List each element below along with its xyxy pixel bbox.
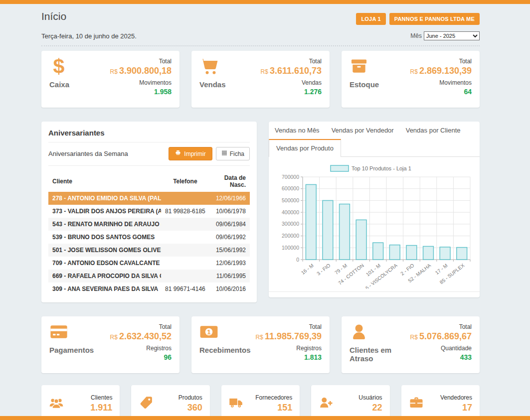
print-icon (175, 150, 181, 157)
sales-panel: Vendas no MêsVendas por VendedorVendas p… (269, 122, 480, 297)
stat-card-left: Pagamentos (49, 322, 94, 367)
sub-header: Terça-feira, 10 de junho de 2025. Mês Ju… (41, 31, 480, 40)
mini-card-produtos: Produtos360 (131, 385, 209, 420)
sales-tabs-row-1: Vendas no MêsVendas por VendedorVendas p… (269, 122, 480, 139)
mini-card-value: 360 (178, 403, 202, 413)
stat-card-caixa: $CaixaTotalR$3.900.800,18Movimentos1.958 (41, 51, 179, 108)
stat-card-clientes-em-atraso: Clientes em AtrasoTotalR$5.076.869,67Qua… (342, 316, 480, 373)
svg-text:$: $ (53, 57, 65, 76)
stat-count-label: Movimentos (410, 79, 472, 86)
birthdays-table-header: Cliente Telefone Data de Nasc. (48, 171, 250, 192)
company-badge-button[interactable]: PANNOS E PANNOS LTDA ME (389, 13, 480, 25)
stat-total-value: R$2.632.430,52 (110, 331, 172, 342)
mini-card-label: Fornecedores (255, 394, 292, 401)
cell-phone (161, 192, 209, 205)
stat-card-right: TotalR$3.900.800,18Movimentos1.958 (110, 57, 172, 102)
currency-prefix: R$ (410, 68, 418, 75)
stat-count-label: Quantidade (410, 345, 472, 352)
stat-total-value: R$5.076.869,67 (410, 331, 472, 342)
stat-card-label: Clientes em Atraso (350, 346, 410, 363)
table-row[interactable]: 373 - VALDIR DOS ANJOS PEREIRA (AN...81 … (48, 205, 250, 218)
tag-icon (139, 395, 154, 412)
table-row[interactable]: 709 - ANTONIO EDSON CAVALCANTE D...12/06… (48, 257, 250, 270)
cell-client: 278 - ANTONIO EMIDIO DA SILVA (PALE... (48, 192, 161, 205)
column-header-data-nasc: Data de Nasc. (209, 171, 250, 192)
page-header: Início LOJA 1 PANNOS E PANNOS LTDA ME (41, 4, 480, 25)
store-badges: LOJA 1 PANNOS E PANNOS LTDA ME (356, 13, 480, 25)
cell-birthdate: 15/06/1992 (209, 244, 250, 257)
truck-icon (229, 395, 244, 412)
table-row[interactable]: 543 - RENATO MARINHO DE ARAUJO (F...09/0… (48, 218, 250, 231)
cell-phone (161, 270, 209, 282)
svg-text:17 - M: 17 - M (434, 263, 449, 276)
stat-total-value: R$11.985.769,39 (256, 331, 322, 342)
mini-card-fornecedores: Fornecedores151 (221, 385, 300, 420)
cell-phone (161, 257, 209, 270)
mini-card-label: Produtos (178, 394, 202, 401)
currency-prefix: R$ (110, 68, 118, 75)
birthdays-subrow: Aniversariantes da Semana Imprimir Ficha (48, 142, 250, 166)
tab-vendas-por-produto[interactable]: Vendas por Produto (269, 139, 341, 157)
table-row[interactable]: 309 - ANA SEVERINA PAES DA SILVA81 99671… (48, 282, 250, 295)
stat-total-amount: 11.985.769,39 (265, 331, 322, 341)
mini-card-value: 151 (255, 403, 292, 413)
stat-count-value: 1.276 (261, 88, 322, 96)
table-row[interactable]: 501 - JOSE WELISSON GOMES OLIVEIR...15/0… (48, 244, 250, 257)
ficha-button[interactable]: Ficha (216, 147, 250, 160)
table-row[interactable]: 669 - RAFAELA PROCOPIO DA SILVA CA...11/… (48, 270, 250, 282)
bar-chart-svg: Top 10 Produtos - Loja 10100000200000300… (275, 164, 474, 288)
mini-card-right: Vendedores17 (440, 394, 472, 413)
mini-card-right: Produtos360 (178, 394, 202, 413)
table-row[interactable]: 539 - BRUNO DOS SANTOS GOMES09/06/1992 (48, 231, 250, 244)
stat-total-label: Total (410, 323, 472, 330)
cell-phone (161, 231, 209, 244)
briefcase-icon (409, 395, 424, 412)
stat-total-label: Total (110, 323, 172, 330)
tab-vendas-por-vendedor[interactable]: Vendas por Vendedor (326, 122, 400, 139)
stat-total-amount: 5.076.869,67 (419, 331, 472, 341)
svg-text:400000: 400000 (282, 209, 299, 215)
svg-text:0: 0 (296, 257, 299, 263)
birthdays-subtitle: Aniversariantes da Semana (48, 150, 128, 157)
cell-client: 543 - RENATO MARINHO DE ARAUJO (F... (48, 218, 161, 231)
mini-cards-row: Clientes1.911Produtos360Fornecedores151U… (41, 385, 480, 420)
list-icon (221, 150, 227, 157)
mini-card-right: Fornecedores151 (255, 394, 292, 413)
stat-total-value: R$3.900.800,18 (110, 66, 172, 76)
cell-phone (161, 244, 209, 257)
stat-card-right: TotalR$11.985.769,39Registros1.813 (256, 322, 322, 367)
currency-prefix: R$ (261, 68, 268, 75)
cell-birthdate: 10/06/2016 (209, 282, 250, 295)
cell-phone (161, 218, 209, 231)
tab-vendas-por-cliente[interactable]: Vendas por Cliente (400, 122, 467, 139)
table-row[interactable]: 278 - ANTONIO EMIDIO DA SILVA (PALE...12… (48, 192, 250, 205)
stat-card-right: TotalR$2.632.430,52Registros96 (110, 322, 172, 367)
cell-birthdate: 10/06/1978 (209, 205, 250, 218)
shopping-cart-icon (199, 57, 226, 78)
stat-count-value: 433 (410, 353, 472, 361)
svg-text:16 - M: 16 - M (300, 263, 315, 276)
stat-total-amount: 2.632.430,52 (119, 331, 172, 341)
print-button[interactable]: Imprimir (169, 147, 212, 160)
stat-card-label: Recebimentos (199, 346, 251, 354)
tab-vendas-no-mes[interactable]: Vendas no Mês (269, 122, 326, 139)
stat-count-label: Registros (256, 345, 322, 352)
cell-client: 539 - BRUNO DOS SANTOS GOMES (48, 231, 161, 244)
stat-count-label: Vendas (261, 79, 322, 86)
svg-text:300000: 300000 (282, 221, 299, 227)
month-select[interactable]: June - 2025 (424, 31, 480, 40)
store-badge-button[interactable]: LOJA 1 (356, 13, 385, 25)
stat-total-amount: 3.611.610,73 (270, 66, 322, 76)
cell-birthdate: 11/06/1995 (209, 270, 250, 282)
svg-text:100000: 100000 (282, 245, 299, 251)
top-accent-bar (0, 0, 530, 4)
column-header-telefone: Telefone (161, 171, 209, 192)
mini-card-label: Vendedores (440, 394, 472, 401)
mini-card-clientes: Clientes1.911 (41, 385, 120, 420)
birthdays-buttons: Imprimir Ficha (169, 147, 250, 160)
cell-birthdate: 12/06/1993 (209, 257, 250, 270)
stat-card-right: TotalR$2.869.130,39Movimentos64 (410, 57, 472, 102)
mini-card-value: 17 (440, 403, 472, 413)
cell-birthdate: 09/06/1984 (209, 218, 250, 231)
cell-birthdate: 12/06/1966 (209, 192, 250, 205)
